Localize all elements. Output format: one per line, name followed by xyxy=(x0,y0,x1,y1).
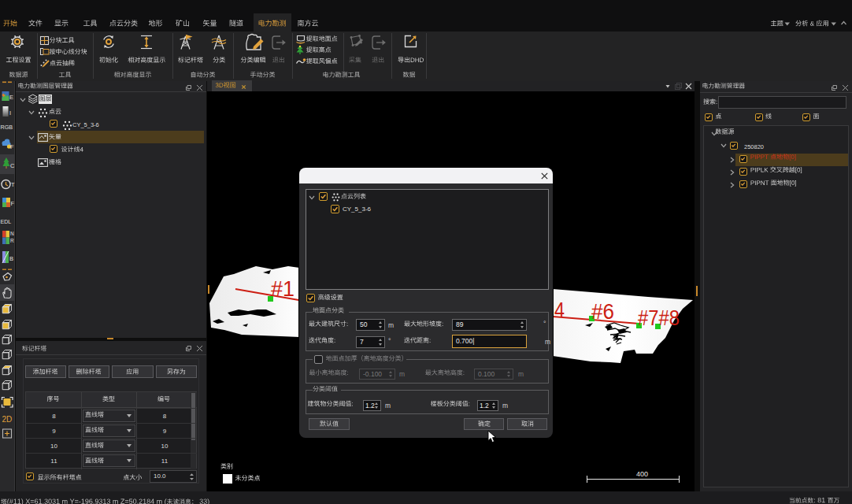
svg-text:4: 4 xyxy=(554,298,565,322)
svg-text:#7#8: #7#8 xyxy=(638,306,680,330)
svg-text:#6: #6 xyxy=(591,299,614,324)
svg-text:#1: #1 xyxy=(271,276,294,301)
